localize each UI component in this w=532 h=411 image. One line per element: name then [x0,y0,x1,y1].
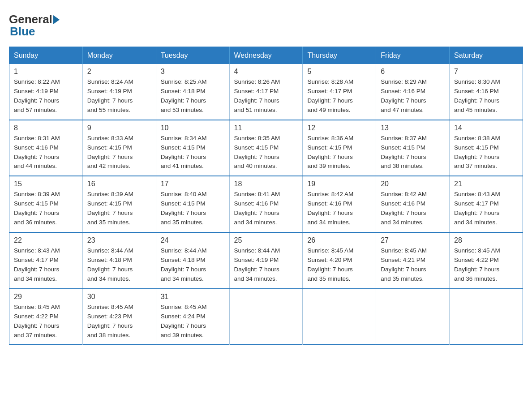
day-info: Sunrise: 8:29 AMSunset: 4:16 PMDaylight:… [381,78,427,113]
weekday-header-saturday: Saturday [450,47,523,64]
day-number: 12 [307,124,371,132]
weekday-header-tuesday: Tuesday [156,47,229,64]
day-number: 16 [87,180,151,188]
day-info: Sunrise: 8:22 AMSunset: 4:19 PMDaylight:… [14,78,60,113]
day-number: 23 [87,236,151,244]
weekday-header-sunday: Sunday [9,47,83,64]
calendar-cell: 31 Sunrise: 8:45 AMSunset: 4:24 PMDaylig… [156,289,229,345]
calendar-cell: 5 Sunrise: 8:28 AMSunset: 4:17 PMDayligh… [303,64,376,120]
day-info: Sunrise: 8:34 AMSunset: 4:15 PMDaylight:… [161,135,207,170]
day-number: 4 [234,68,298,76]
calendar-cell: 10 Sunrise: 8:34 AMSunset: 4:15 PMDaylig… [156,120,229,176]
calendar-cell: 1 Sunrise: 8:22 AMSunset: 4:19 PMDayligh… [9,64,83,120]
day-number: 14 [454,124,518,132]
day-number: 26 [307,236,371,244]
calendar-cell: 14 Sunrise: 8:38 AMSunset: 4:15 PMDaylig… [450,120,523,176]
day-number: 25 [234,236,298,244]
day-number: 13 [381,124,445,132]
calendar-cell: 20 Sunrise: 8:42 AMSunset: 4:16 PMDaylig… [376,176,450,232]
calendar-cell: 17 Sunrise: 8:40 AMSunset: 4:15 PMDaylig… [156,176,229,232]
weekday-header-row: SundayMondayTuesdayWednesdayThursdayFrid… [9,47,523,64]
calendar-cell: 23 Sunrise: 8:44 AMSunset: 4:18 PMDaylig… [82,232,156,289]
day-info: Sunrise: 8:43 AMSunset: 4:17 PMDaylight:… [14,247,60,282]
day-number: 17 [161,180,225,188]
day-number: 7 [454,68,518,76]
logo-blue-text: Blue [10,25,35,39]
day-info: Sunrise: 8:33 AMSunset: 4:15 PMDaylight:… [87,135,133,170]
day-info: Sunrise: 8:41 AMSunset: 4:16 PMDaylight:… [234,191,280,226]
day-number: 18 [234,180,298,188]
calendar-cell: 24 Sunrise: 8:44 AMSunset: 4:18 PMDaylig… [156,232,229,289]
day-number: 24 [161,236,225,244]
calendar-cell: 28 Sunrise: 8:45 AMSunset: 4:22 PMDaylig… [450,232,523,289]
day-info: Sunrise: 8:37 AMSunset: 4:15 PMDaylight:… [381,135,427,170]
page-header: General Blue [9,9,523,39]
day-info: Sunrise: 8:45 AMSunset: 4:24 PMDaylight:… [161,304,207,338]
day-info: Sunrise: 8:26 AMSunset: 4:17 PMDaylight:… [234,78,280,113]
weekday-header-monday: Monday [82,47,156,64]
calendar-week-row: 22 Sunrise: 8:43 AMSunset: 4:17 PMDaylig… [9,232,523,289]
day-number: 22 [14,236,78,244]
day-number: 19 [307,180,371,188]
day-number: 21 [454,180,518,188]
day-info: Sunrise: 8:25 AMSunset: 4:18 PMDaylight:… [161,78,207,113]
calendar-cell: 27 Sunrise: 8:45 AMSunset: 4:21 PMDaylig… [376,232,450,289]
calendar-cell: 7 Sunrise: 8:30 AMSunset: 4:16 PMDayligh… [450,64,523,120]
day-number: 8 [14,124,78,132]
calendar-cell [303,289,376,345]
day-info: Sunrise: 8:45 AMSunset: 4:22 PMDaylight:… [454,247,500,282]
calendar-week-row: 29 Sunrise: 8:45 AMSunset: 4:22 PMDaylig… [9,289,523,345]
calendar-cell: 11 Sunrise: 8:35 AMSunset: 4:15 PMDaylig… [229,120,303,176]
day-info: Sunrise: 8:43 AMSunset: 4:17 PMDaylight:… [454,191,500,226]
day-info: Sunrise: 8:42 AMSunset: 4:16 PMDaylight:… [381,191,427,226]
weekday-header-thursday: Thursday [303,47,376,64]
day-number: 20 [381,180,445,188]
calendar-cell: 22 Sunrise: 8:43 AMSunset: 4:17 PMDaylig… [9,232,83,289]
calendar-cell: 2 Sunrise: 8:24 AMSunset: 4:19 PMDayligh… [82,64,156,120]
day-info: Sunrise: 8:44 AMSunset: 4:18 PMDaylight:… [87,247,133,282]
calendar-cell: 29 Sunrise: 8:45 AMSunset: 4:22 PMDaylig… [9,289,83,345]
calendar-cell: 15 Sunrise: 8:39 AMSunset: 4:15 PMDaylig… [9,176,83,232]
day-number: 28 [454,236,518,244]
day-number: 29 [14,293,78,301]
calendar-cell [450,289,523,345]
day-number: 31 [161,293,225,301]
day-info: Sunrise: 8:45 AMSunset: 4:21 PMDaylight:… [381,247,427,282]
day-number: 9 [87,124,151,132]
day-info: Sunrise: 8:31 AMSunset: 4:16 PMDaylight:… [14,135,60,170]
calendar-cell: 6 Sunrise: 8:29 AMSunset: 4:16 PMDayligh… [376,64,450,120]
calendar-cell: 30 Sunrise: 8:45 AMSunset: 4:23 PMDaylig… [82,289,156,345]
calendar-week-row: 8 Sunrise: 8:31 AMSunset: 4:16 PMDayligh… [9,120,523,176]
day-number: 30 [87,293,151,301]
day-info: Sunrise: 8:45 AMSunset: 4:20 PMDaylight:… [307,247,353,282]
day-info: Sunrise: 8:38 AMSunset: 4:15 PMDaylight:… [454,135,500,170]
calendar-table: SundayMondayTuesdayWednesdayThursdayFrid… [9,47,523,345]
day-number: 27 [381,236,445,244]
calendar-cell: 25 Sunrise: 8:44 AMSunset: 4:19 PMDaylig… [229,232,303,289]
calendar-cell [376,289,450,345]
weekday-header-friday: Friday [376,47,450,64]
day-number: 11 [234,124,298,132]
calendar-cell: 9 Sunrise: 8:33 AMSunset: 4:15 PMDayligh… [82,120,156,176]
day-info: Sunrise: 8:42 AMSunset: 4:16 PMDaylight:… [307,191,353,226]
day-info: Sunrise: 8:44 AMSunset: 4:18 PMDaylight:… [161,247,207,282]
calendar-cell: 16 Sunrise: 8:39 AMSunset: 4:15 PMDaylig… [82,176,156,232]
day-info: Sunrise: 8:45 AMSunset: 4:22 PMDaylight:… [14,304,60,338]
calendar-cell: 13 Sunrise: 8:37 AMSunset: 4:15 PMDaylig… [376,120,450,176]
calendar-cell: 8 Sunrise: 8:31 AMSunset: 4:16 PMDayligh… [9,120,83,176]
day-number: 1 [14,68,78,76]
calendar-cell: 3 Sunrise: 8:25 AMSunset: 4:18 PMDayligh… [156,64,229,120]
day-info: Sunrise: 8:39 AMSunset: 4:15 PMDaylight:… [14,191,60,226]
calendar-week-row: 15 Sunrise: 8:39 AMSunset: 4:15 PMDaylig… [9,176,523,232]
day-number: 10 [161,124,225,132]
calendar-cell: 21 Sunrise: 8:43 AMSunset: 4:17 PMDaylig… [450,176,523,232]
calendar-cell: 12 Sunrise: 8:36 AMSunset: 4:15 PMDaylig… [303,120,376,176]
weekday-header-wednesday: Wednesday [229,47,303,64]
calendar-cell: 4 Sunrise: 8:26 AMSunset: 4:17 PMDayligh… [229,64,303,120]
day-number: 15 [14,180,78,188]
calendar-week-row: 1 Sunrise: 8:22 AMSunset: 4:19 PMDayligh… [9,64,523,120]
day-number: 3 [161,68,225,76]
day-number: 6 [381,68,445,76]
logo: General Blue [9,9,60,39]
day-info: Sunrise: 8:39 AMSunset: 4:15 PMDaylight:… [87,191,133,226]
